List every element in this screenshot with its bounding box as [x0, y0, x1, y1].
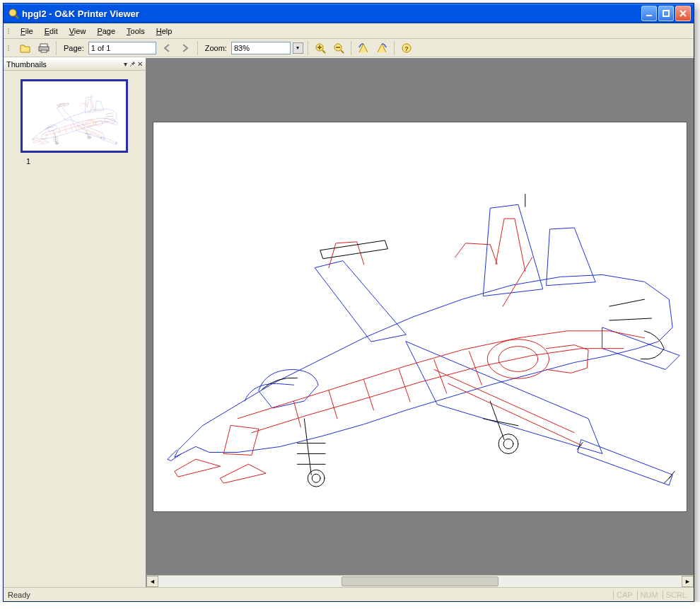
horizontal-scrollbar[interactable]: ◄ ►	[146, 575, 694, 587]
svg-point-15	[503, 439, 513, 448]
open-button[interactable]	[18, 40, 33, 56]
zoom-dropdown-button[interactable]: ▾	[293, 42, 303, 54]
status-scrl: SCRL	[663, 591, 689, 599]
statusbar: Ready CAP NUM SCRL	[4, 587, 694, 601]
status-cap: CAP	[613, 591, 636, 599]
minimize-button[interactable]	[641, 6, 657, 21]
thumbnails-header: Thumbnails ▾ 📌︎ ✕	[4, 58, 146, 71]
svg-rect-5	[41, 50, 47, 52]
next-page-button[interactable]	[177, 40, 193, 56]
thumbnail-1-label: 1	[26, 157, 137, 166]
zoom-out-button[interactable]	[331, 40, 346, 56]
thumbnail-1[interactable]	[21, 79, 128, 153]
prev-page-button[interactable]	[159, 40, 175, 56]
scroll-left-button[interactable]: ◄	[146, 576, 158, 587]
maximize-button[interactable]	[658, 6, 674, 21]
page-canvas	[153, 122, 687, 512]
page-label: Page:	[61, 44, 86, 52]
thumbnails-body: 1	[4, 71, 146, 587]
canvas-area[interactable]	[146, 58, 694, 575]
zoom-in-button[interactable]	[313, 40, 328, 56]
app-body: Thumbnails ▾ 📌︎ ✕ 1	[4, 57, 694, 587]
rotate-right-button[interactable]	[374, 40, 390, 56]
toolbar-sep-1	[56, 41, 57, 55]
print-button[interactable]	[36, 40, 52, 56]
zoom-label: Zoom:	[202, 44, 228, 52]
scroll-track[interactable]	[158, 576, 682, 587]
svg-text:?: ?	[404, 45, 409, 52]
svg-rect-2	[663, 11, 669, 16]
svg-point-12	[308, 470, 325, 487]
toolbar-grip[interactable]	[8, 45, 12, 51]
rotate-left-button[interactable]	[356, 40, 371, 56]
menu-file[interactable]: File	[15, 25, 39, 37]
titlebar: hpgl2 - O&K Printer Viewer	[4, 4, 694, 23]
thumbnails-title: Thumbnails	[6, 60, 47, 69]
menu-help[interactable]: Help	[151, 25, 178, 37]
zoom-value: 83%	[234, 44, 250, 52]
toolbar: Page: Zoom: 83% ▾ ?	[4, 39, 694, 57]
menu-tools[interactable]: Tools	[121, 25, 151, 37]
menubar: File Edit View Page Tools Help	[4, 23, 694, 39]
scroll-thumb[interactable]	[342, 576, 498, 586]
menu-grip[interactable]	[8, 28, 12, 34]
status-num: NUM	[637, 591, 661, 599]
pin-icon[interactable]: 📌︎	[129, 60, 136, 68]
toolbar-sep-2	[197, 41, 198, 55]
svg-point-0	[9, 9, 16, 16]
close-button[interactable]	[675, 6, 691, 21]
menu-edit[interactable]: Edit	[39, 25, 64, 37]
panel-menu-icon[interactable]: ▾	[124, 60, 127, 68]
menu-view[interactable]: View	[64, 25, 92, 37]
scroll-right-button[interactable]: ►	[682, 576, 694, 587]
thumbnails-panel: Thumbnails ▾ 📌︎ ✕ 1	[4, 58, 146, 587]
toolbar-sep-4	[351, 41, 351, 55]
app-window: hpgl2 - O&K Printer Viewer File Edit Vie…	[3, 3, 694, 602]
help-button[interactable]: ?	[399, 40, 414, 56]
status-text: Ready	[8, 591, 30, 599]
page-input[interactable]	[88, 42, 156, 54]
zoom-combo[interactable]: 83%	[231, 42, 291, 54]
app-icon	[8, 8, 19, 19]
window-title: hpgl2 - O&K Printer Viewer	[22, 8, 641, 19]
menu-page[interactable]: Page	[91, 25, 121, 37]
viewer: ◄ ►	[146, 58, 694, 587]
svg-point-10	[487, 339, 549, 378]
svg-point-13	[312, 474, 320, 482]
svg-point-11	[498, 346, 538, 371]
svg-point-14	[498, 434, 518, 453]
svg-rect-1	[646, 15, 652, 16]
panel-close-icon[interactable]: ✕	[137, 60, 143, 68]
toolbar-sep-3	[308, 41, 308, 55]
toolbar-sep-5	[394, 41, 395, 55]
